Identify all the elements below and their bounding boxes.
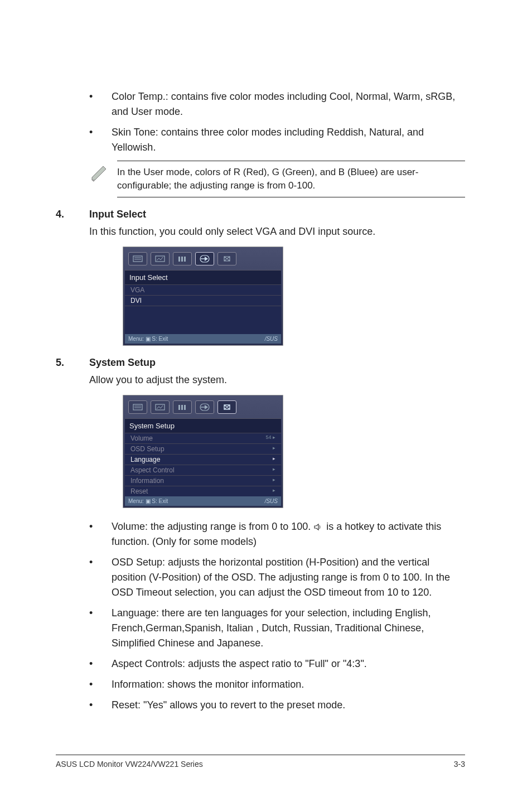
tab-splendid-icon: [128, 400, 147, 414]
osd-footer-left: Menu: ▣ S: Exit: [128, 336, 168, 342]
osd-row-information: Information▸: [125, 475, 281, 486]
bullet-text: Skin Tone: contains three color modes in…: [112, 125, 465, 155]
bullet-text: Color Temp.: contains five color modes i…: [112, 89, 465, 119]
section-number: 4.: [56, 209, 89, 220]
section-title: System Setup: [89, 357, 156, 369]
bullet-text: Aspect Controls: adjusts the aspect rati…: [112, 656, 465, 671]
section-desc: Allow you to adjust the system.: [89, 373, 465, 387]
pencil-icon: [89, 161, 112, 183]
svg-rect-12: [156, 404, 165, 410]
list-item: • Skin Tone: contains three color modes …: [89, 125, 465, 155]
bullet-text: Volume: the adjusting range is from 0 to…: [112, 521, 313, 532]
tab-image-icon: [151, 252, 170, 265]
osd-row-dvi: DVI: [125, 295, 281, 306]
svg-rect-13: [178, 405, 180, 410]
osd-tabs: [125, 397, 281, 418]
list-item: • Information: shows the monitor informa…: [89, 677, 465, 692]
list-item: • Volume: the adjusting range is from 0 …: [89, 519, 465, 549]
speaker-icon: [313, 523, 323, 531]
list-item: • Aspect Controls: adjusts the aspect ra…: [89, 656, 465, 671]
osd-row-language: Language▸: [125, 454, 281, 465]
top-bullet-list: • Color Temp.: contains five color modes…: [89, 89, 465, 155]
tab-input-icon: [195, 252, 214, 265]
osd-input-select: Input Select VGA DVI Menu: ▣ S: Exit /SU…: [123, 247, 283, 346]
svg-rect-15: [184, 405, 186, 410]
list-item: • Reset: "Yes" allows you to revert to t…: [89, 698, 465, 713]
list-item: • Language: there are ten languages for …: [89, 606, 465, 651]
section-desc: In this function, you could only select …: [89, 225, 465, 239]
svg-rect-6: [184, 257, 186, 262]
svg-rect-0: [133, 256, 142, 262]
osd-footer-left: Menu: ▣ S: Exit: [128, 498, 168, 504]
note-box: In the User mode, colors of R (Red), G (…: [89, 161, 465, 197]
osd-row-volume: Volume54 ▸: [125, 433, 281, 443]
list-item: • OSD Setup: adjusts the horizontal post…: [89, 555, 465, 600]
tab-image-icon: [151, 400, 170, 414]
bullet-text: Reset: "Yes" allows you to revert to the…: [112, 698, 465, 713]
section-heading-input-select: 4. Input Select: [56, 209, 465, 220]
note-text: In the User mode, colors of R (Red), G (…: [117, 161, 465, 197]
svg-rect-3: [156, 256, 165, 262]
osd-title: System Setup: [125, 418, 281, 433]
bottom-bullet-list: • Volume: the adjusting range is from 0 …: [89, 519, 465, 713]
osd-footer-brand: /SUS: [265, 336, 278, 342]
osd-footer: Menu: ▣ S: Exit /SUS: [125, 334, 281, 344]
osd-title: Input Select: [125, 270, 281, 284]
tab-input-icon: [195, 400, 214, 414]
svg-rect-9: [133, 404, 142, 410]
page-footer: ASUS LCD Monitor VW224/VW221 Series 3-3: [56, 755, 465, 769]
bullet-text: Language: there are ten languages for yo…: [112, 606, 465, 651]
section-title: Input Select: [89, 209, 146, 220]
osd-footer: Menu: ▣ S: Exit /SUS: [125, 496, 281, 506]
tab-color-icon: [173, 400, 192, 414]
footer-left: ASUS LCD Monitor VW224/VW221 Series: [56, 760, 203, 769]
osd-row-osd-setup: OSD Setup▸: [125, 443, 281, 454]
svg-rect-4: [178, 257, 180, 262]
list-item: • Color Temp.: contains five color modes…: [89, 89, 465, 119]
osd-row-vga: VGA: [125, 284, 281, 295]
tab-system-icon: [217, 400, 236, 414]
osd-row-aspect: Aspect Control▸: [125, 465, 281, 475]
section-heading-system-setup: 5. System Setup: [56, 357, 465, 369]
osd-footer-brand: /SUS: [265, 498, 278, 504]
bullet-text: OSD Setup: adjusts the horizontal postit…: [112, 555, 465, 600]
osd-system-setup: System Setup Volume54 ▸ OSD Setup▸ Langu…: [123, 395, 283, 508]
tab-splendid-icon: [128, 252, 147, 265]
footer-right: 3-3: [454, 760, 465, 769]
bullet-text: Information: shows the monitor informati…: [112, 677, 465, 692]
osd-tabs: [125, 249, 281, 270]
svg-rect-5: [181, 257, 183, 262]
svg-rect-14: [181, 405, 183, 410]
tab-color-icon: [173, 252, 192, 265]
section-number: 5.: [56, 357, 89, 369]
tab-system-icon: [217, 252, 236, 265]
osd-row-reset: Reset▸: [125, 486, 281, 496]
